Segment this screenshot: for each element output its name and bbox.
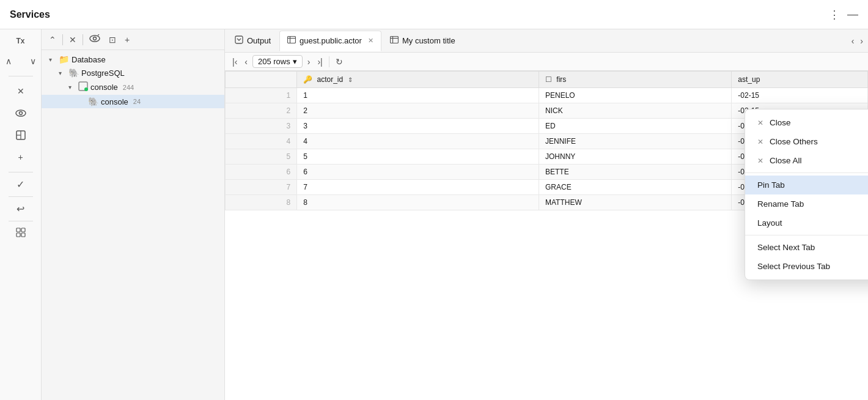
tab-custom[interactable]: My custom title: [383, 31, 463, 51]
cell-first_name: JENNIFE: [539, 134, 731, 149]
preview-icon[interactable]: [10, 105, 32, 122]
cell-actor_id: 4: [297, 134, 539, 149]
tab-nav-right[interactable]: ›: [858, 34, 866, 48]
tree-label-console244: console: [90, 83, 118, 92]
minimize-icon[interactable]: —: [847, 8, 858, 21]
expand-collapse-icon[interactable]: ⌃: [46, 34, 59, 46]
refresh-btn[interactable]: ↻: [333, 56, 345, 68]
table-row[interactable]: 1 1 PENELO -02-15: [226, 88, 868, 103]
tab-custom-label: My custom title: [402, 36, 455, 45]
col-label-last: ast_up: [738, 75, 760, 84]
title-bar-actions: ⋮ —: [829, 8, 858, 21]
menu-close-all-label: Close All: [770, 156, 802, 165]
menu-divider-1: [745, 172, 868, 173]
tree-item-console244[interactable]: ▾ console 244: [42, 80, 224, 95]
col-header-actor_id[interactable]: 🔑 actor_id ⇕: [297, 72, 539, 88]
menu-item-pin-tab[interactable]: Pin Tab: [745, 176, 868, 194]
menu-item-close-all[interactable]: ✕ Close All: [745, 151, 868, 170]
last-page-btn[interactable]: ›|: [315, 56, 325, 68]
tree-toolbar: ⌃ ✕ ⊡ +: [42, 29, 224, 50]
cell-actor_id: 6: [297, 165, 539, 180]
key-icon: 🔑: [303, 75, 312, 84]
preview-tree-icon[interactable]: [87, 33, 103, 46]
tree-badge-console244: 244: [123, 84, 134, 91]
svg-point-12: [84, 87, 88, 91]
grid-icon[interactable]: [16, 228, 26, 240]
grid-sep: [329, 56, 329, 67]
menu-close-label: Close: [770, 118, 791, 127]
rows-selector[interactable]: 205 rows ▾: [252, 55, 303, 68]
svg-rect-13: [235, 36, 243, 43]
tree-label-postgresql: PostgreSQL: [81, 69, 125, 78]
col-header-first_name[interactable]: ☐ firs: [539, 72, 731, 88]
rows-count: 205 rows: [258, 57, 290, 66]
menu-item-close-others[interactable]: ✕ Close Others: [745, 132, 868, 151]
menu-item-select-prev-tab[interactable]: Select Previous Tab ⌃←: [745, 257, 868, 276]
tab-actor-close[interactable]: ✕: [368, 37, 373, 45]
postgresql-icon: 🐘: [68, 68, 79, 78]
sort-icon-actor_id: ⇕: [348, 76, 353, 83]
undo-icon[interactable]: ↩: [17, 203, 24, 215]
first-page-btn[interactable]: |‹: [230, 56, 240, 68]
more-icon[interactable]: ⋮: [829, 8, 840, 21]
tab-nav-left[interactable]: ‹: [849, 34, 857, 48]
col-header-last_update[interactable]: ast_up: [732, 72, 868, 88]
close-icon[interactable]: ✕: [10, 83, 32, 100]
menu-next-tab-left: Select Next Tab: [757, 243, 815, 252]
tab-output[interactable]: Output: [227, 31, 278, 51]
chevron-postgresql: ▾: [59, 70, 66, 76]
svg-rect-7: [17, 233, 20, 237]
menu-rename-label: Rename Tab: [757, 199, 804, 209]
row-num: 4: [226, 134, 297, 149]
svg-point-0: [16, 110, 26, 116]
menu-item-rename-tab[interactable]: Rename Tab: [745, 194, 868, 213]
prev-page-btn[interactable]: ‹: [242, 56, 250, 68]
tree-item-postgresql[interactable]: ▾ 🐘 PostgreSQL: [42, 66, 224, 80]
cell-first_name: MATTHEW: [539, 195, 731, 210]
content-area: Output guest.public.actor ✕: [225, 29, 868, 400]
menu-close-others-label: Close Others: [770, 137, 818, 146]
app-title: Services: [10, 9, 50, 20]
menu-next-tab-label: Select Next Tab: [757, 243, 815, 252]
cell-first_name: NICK: [539, 103, 731, 119]
menu-item-layout[interactable]: Layout ›: [745, 213, 868, 232]
add-tree-icon[interactable]: +: [122, 34, 132, 46]
row-num: 5: [226, 149, 297, 165]
row-num: 2: [226, 103, 297, 119]
sidebar-divider-1: [9, 76, 33, 76]
tree-content: ▾ 📁 Database ▾ 🐘 PostgreSQL ▾: [42, 50, 224, 400]
row-num: 7: [226, 180, 297, 195]
menu-item-close[interactable]: ✕ Close: [745, 113, 868, 132]
tree-toolbar-sep: [62, 34, 63, 45]
cell-actor_id: 1: [297, 88, 539, 103]
cell-first_name: PENELO: [539, 88, 731, 103]
cell-actor_id: 8: [297, 195, 539, 210]
tab-bar: Output guest.public.actor ✕: [225, 29, 868, 53]
main-layout: Tx ∧ ∨ ✕ + ✓ ↩: [0, 29, 868, 400]
collapse-down-icon[interactable]: ∨: [22, 53, 44, 70]
next-page-btn[interactable]: ›: [305, 56, 313, 68]
svg-point-1: [19, 112, 22, 115]
menu-item-select-next-tab[interactable]: Select Next Tab ⌃→: [745, 238, 868, 257]
add-icon[interactable]: +: [10, 149, 32, 166]
collapse-up-icon[interactable]: ∧: [0, 53, 20, 70]
split-tree-icon[interactable]: ⊡: [106, 34, 119, 46]
row-num: 1: [226, 88, 297, 103]
close-tree-icon[interactable]: ✕: [67, 34, 79, 46]
cell-actor_id: 3: [297, 119, 539, 134]
rows-dropdown-icon: ▾: [293, 57, 297, 66]
check-icon[interactable]: ✓: [17, 179, 24, 190]
tab-actor[interactable]: guest.public.actor ✕: [279, 31, 381, 51]
row-num: 3: [226, 119, 297, 134]
cell-last_update: -02-15: [732, 88, 868, 103]
tree-item-database[interactable]: ▾ 📁 Database: [42, 53, 224, 66]
menu-rename-left: Rename Tab: [757, 199, 804, 209]
split-icon[interactable]: [10, 127, 32, 144]
menu-close-others-left: ✕ Close Others: [757, 137, 818, 146]
col-label-first: firs: [556, 75, 566, 84]
svg-point-10: [94, 37, 97, 40]
tree-label-console24: console: [101, 97, 128, 106]
menu-close-all-x: ✕: [757, 157, 763, 165]
console24-icon: 🐘: [88, 97, 98, 106]
tree-item-console24[interactable]: 🐘 console 24: [42, 95, 224, 108]
